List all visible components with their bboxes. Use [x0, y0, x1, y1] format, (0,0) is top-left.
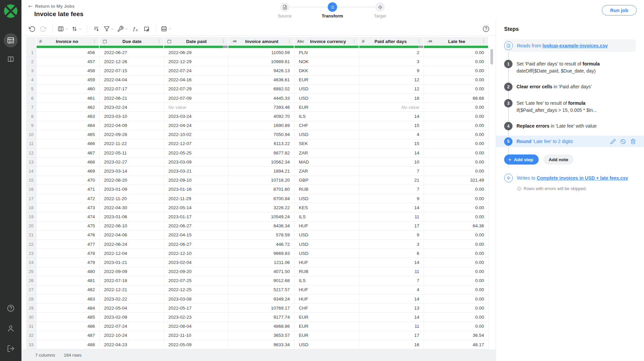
grid-cell[interactable]: 2022-07-29	[164, 85, 228, 94]
undo-button[interactable]	[26, 24, 38, 34]
grid-cell[interactable]: 2022-11-10	[164, 331, 228, 340]
grid-cell[interactable]: 2022-12-29	[164, 57, 228, 66]
grid-cell[interactable]: 467	[37, 148, 100, 157]
grid-cell[interactable]: 4	[359, 130, 424, 139]
grid-cell[interactable]: 466	[37, 139, 100, 148]
grid-cell[interactable]: 471	[37, 185, 100, 194]
grid-cell[interactable]: 461	[37, 94, 100, 103]
grid-cell[interactable]: 14	[359, 148, 424, 157]
grid-cell[interactable]: 477	[37, 240, 100, 249]
grid-cell[interactable]: 9	[359, 231, 424, 240]
grid-cell[interactable]: 0.00	[424, 185, 489, 194]
grid-cell[interactable]: 9426.13	[228, 66, 294, 75]
grid-cell[interactable]: 446.72	[228, 240, 294, 249]
grid-cell[interactable]: 472	[37, 194, 100, 203]
row-number[interactable]: 31	[26, 322, 37, 331]
grid-cell[interactable]: 0.00	[424, 112, 489, 121]
grid-cell[interactable]: USD	[294, 340, 359, 349]
grid-cell[interactable]: 64.36	[424, 222, 489, 231]
grid-cell[interactable]: 2022-05-09	[164, 340, 228, 349]
grid-cell[interactable]: 2022-12-10	[164, 249, 228, 258]
grid-cell[interactable]: 16	[359, 340, 424, 349]
target-step[interactable]: Writes to Complete invoices in USD + lat…	[504, 172, 636, 184]
grid-cell[interactable]: SEK	[294, 139, 359, 148]
grid-cell[interactable]: 4636.61	[228, 76, 294, 85]
grid-cell[interactable]: 469	[37, 167, 100, 176]
grid-cell[interactable]: 10562.34	[228, 157, 294, 167]
grid-cell[interactable]: 2022-08-04	[164, 322, 228, 331]
row-number[interactable]: 2	[26, 57, 37, 66]
grid-cell[interactable]: 0.00	[424, 103, 489, 112]
lookup-button[interactable]	[141, 24, 152, 34]
grid-cell[interactable]: 7393.46	[228, 103, 294, 112]
row-number[interactable]: 4	[26, 76, 37, 85]
grid-cell[interactable]: 465	[37, 130, 100, 139]
grid-cell[interactable]: 14	[359, 112, 424, 121]
grid-cell[interactable]: 11	[359, 322, 424, 331]
grid-cell[interactable]: 2022-09-20	[164, 267, 228, 276]
grid-cell[interactable]: 15	[359, 121, 424, 130]
grid-cell[interactable]: CHF	[294, 304, 359, 313]
grid-cell[interactable]: USD	[294, 240, 359, 249]
grid-cell[interactable]: 0.00	[424, 121, 489, 130]
grid-cell[interactable]: 2022-09-09	[100, 267, 164, 276]
row-number[interactable]: 11	[26, 139, 37, 148]
column-header-invoice-currency[interactable]: AbcInvoice currency	[294, 37, 359, 48]
source-file-link[interactable]: lookup-example-invoices.csv	[542, 43, 608, 48]
grid-cell[interactable]: 459	[37, 76, 100, 85]
grid-cell[interactable]: 0.00	[424, 157, 489, 167]
grid-cell[interactable]: 2022-04-09	[100, 121, 164, 130]
formula-button[interactable]: ƒx	[129, 24, 141, 34]
row-number[interactable]: 33	[26, 340, 37, 349]
grid-cell[interactable]: 0.00	[424, 212, 489, 221]
row-number[interactable]: 9	[26, 121, 37, 130]
sidebar-item-logout[interactable]	[4, 342, 18, 356]
columns-button[interactable]	[56, 24, 70, 34]
grid-cell[interactable]: 2023-03-14	[100, 167, 164, 176]
grid-cell[interactable]: 2022-08-20	[100, 176, 164, 185]
grid-cell[interactable]: 7	[359, 276, 424, 285]
row-number[interactable]: 23	[26, 249, 37, 258]
grid-cell[interactable]: CHF	[294, 121, 359, 130]
grid-cell[interactable]: 3653.57	[228, 331, 294, 340]
grid-cell[interactable]: 2023-02-24	[100, 103, 164, 112]
row-number[interactable]: 14	[26, 167, 37, 176]
grid-cell[interactable]: 488	[37, 340, 100, 349]
grid-cell[interactable]: 2022-04-06	[100, 231, 164, 240]
grid-cell[interactable]: 14	[359, 258, 424, 267]
grid-cell[interactable]: 2022-12-07	[164, 139, 228, 148]
grid-cell[interactable]: 475	[37, 222, 100, 231]
grid-cell[interactable]: USD	[294, 85, 359, 94]
row-number[interactable]: 10	[26, 130, 37, 139]
row-number[interactable]: 24	[26, 258, 37, 267]
sort-button[interactable]	[70, 24, 84, 34]
grid-cell[interactable]: 4092.70	[228, 112, 294, 121]
sidebar-item-help[interactable]	[4, 301, 18, 315]
row-number[interactable]: 18	[26, 203, 37, 212]
grid-cell[interactable]: 2023-02-04	[164, 258, 228, 267]
grid-cell[interactable]: ILS	[294, 212, 359, 221]
redo-button[interactable]	[38, 24, 49, 34]
grid-cell[interactable]: 7	[359, 185, 424, 194]
grid-cell[interactable]: 0.00	[424, 285, 489, 295]
grid-cell[interactable]: 13	[359, 304, 424, 313]
grid-cell[interactable]: 479	[37, 258, 100, 267]
grid-cell[interactable]: 10	[359, 157, 424, 167]
grid-cell[interactable]: 460	[37, 85, 100, 94]
grid-cell[interactable]: 11	[359, 267, 424, 276]
grid-cell[interactable]: 3	[359, 57, 424, 66]
grid-cell[interactable]: 2023-03-08	[164, 295, 228, 304]
app-logo-clover-icon[interactable]	[3, 3, 19, 19]
filter-button[interactable]	[102, 24, 116, 34]
grid-cell[interactable]: 484	[37, 304, 100, 313]
grid-cell[interactable]: EUR	[294, 313, 359, 322]
stepper-target[interactable]: Target	[375, 2, 385, 12]
grid-cell[interactable]: 0.00	[424, 139, 489, 148]
column-menu-icon[interactable]	[157, 39, 161, 44]
grid-cell[interactable]: 2022-07-18	[100, 276, 164, 285]
grid-cell[interactable]: 11	[359, 212, 424, 221]
grid-cell[interactable]: 9669.83	[228, 249, 294, 258]
grid-cell[interactable]: 4071.50	[228, 267, 294, 276]
stepper-source[interactable]: Source	[280, 2, 289, 12]
grid-cell[interactable]: 0.00	[424, 258, 489, 267]
